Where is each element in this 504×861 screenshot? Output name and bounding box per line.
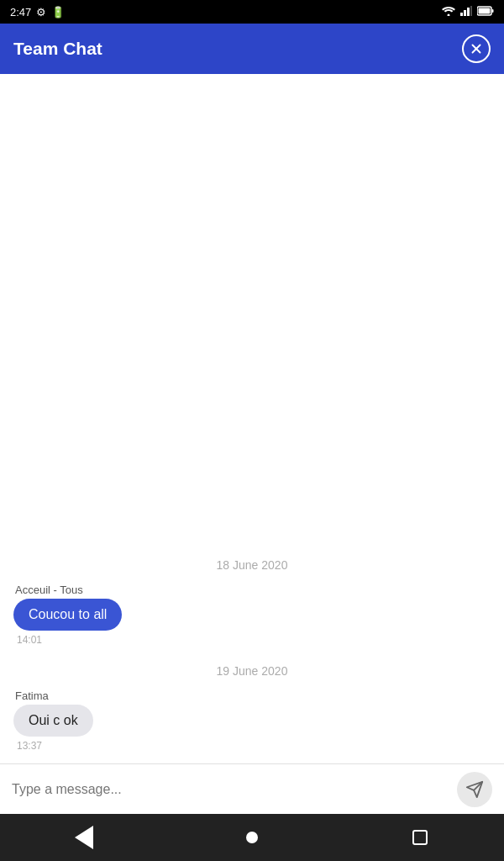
signal-icon [460,6,472,18]
svg-rect-2 [464,10,466,16]
input-bar [0,763,504,814]
message-group-2: Fatima Oui c ok 13:37 [0,686,504,755]
svg-rect-1 [460,13,463,16]
message-sender-1: Acceuil - Tous [15,584,83,596]
top-bar: Team Chat [0,24,504,74]
status-time: 2:47 [10,6,31,18]
nav-back-button[interactable] [59,821,109,854]
svg-rect-3 [467,8,470,16]
svg-rect-4 [470,6,472,16]
send-button[interactable] [457,772,492,807]
message-time-1: 14:01 [17,634,42,646]
svg-rect-7 [479,8,491,13]
page-title: Team Chat [13,39,102,59]
close-button[interactable] [462,34,491,63]
date-separator-2: 19 June 2020 [0,664,504,678]
message-sender-2: Fatima [15,689,49,702]
svg-rect-6 [492,9,494,13]
status-right-icons [442,6,494,18]
battery-icon: 🔋 [51,6,65,18]
bottom-nav [0,814,504,861]
nav-home-button[interactable] [227,821,277,854]
message-input[interactable] [12,782,457,797]
battery-status-icon [477,6,494,18]
message-time-2: 13:37 [17,740,42,752]
svg-point-0 [448,13,450,16]
message-bubble-2: Oui c ok [13,705,93,737]
status-bar: 2:47 ⚙ 🔋 [0,0,504,24]
nav-recent-button[interactable] [395,821,445,854]
chat-area: 18 June 2020 Acceuil - Tous Coucou to al… [0,74,504,763]
settings-icon: ⚙ [36,6,46,18]
message-bubble-1: Coucou to all [13,599,122,631]
date-separator-1: 18 June 2020 [0,558,504,572]
wifi-icon [442,6,455,18]
message-group-1: Acceuil - Tous Coucou to all 14:01 [0,580,504,649]
